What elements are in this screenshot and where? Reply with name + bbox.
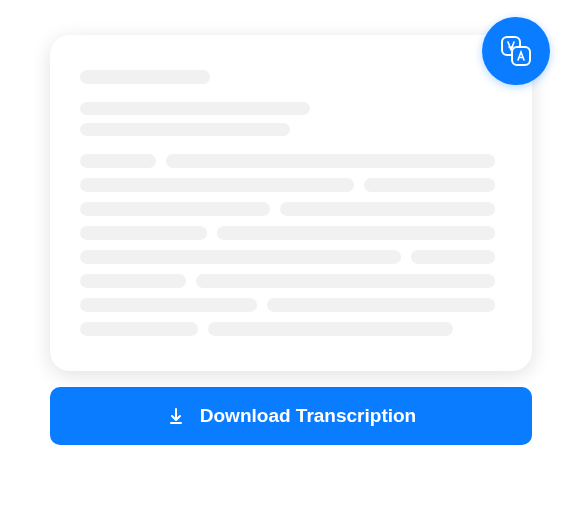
skeleton-bar	[80, 322, 198, 336]
transcription-card	[50, 35, 532, 371]
skeleton-content	[80, 154, 502, 336]
skeleton-bar	[166, 154, 495, 168]
skeleton-bar	[364, 178, 495, 192]
skeleton-bar	[411, 250, 495, 264]
skeleton-bar	[80, 298, 257, 312]
skeleton-bar	[80, 154, 156, 168]
skeleton-bar	[280, 202, 495, 216]
skeleton-bar	[80, 178, 354, 192]
download-button-label: Download Transcription	[200, 405, 416, 427]
skeleton-bar	[80, 226, 207, 240]
skeleton-bar	[208, 322, 453, 336]
skeleton-title	[80, 70, 210, 84]
skeleton-bar	[217, 226, 496, 240]
download-transcription-button[interactable]: Download Transcription	[50, 387, 532, 445]
skeleton-bar	[196, 274, 496, 288]
skeleton-line	[80, 102, 310, 115]
translate-badge[interactable]	[482, 17, 550, 85]
skeleton-bar	[267, 298, 495, 312]
transcription-panel: Download Transcription	[50, 35, 532, 445]
translate-icon	[498, 33, 534, 69]
skeleton-bar	[80, 250, 401, 264]
download-icon	[166, 406, 186, 426]
skeleton-bar	[80, 274, 186, 288]
skeleton-line	[80, 123, 290, 136]
svg-rect-1	[512, 47, 530, 65]
skeleton-bar	[80, 202, 270, 216]
